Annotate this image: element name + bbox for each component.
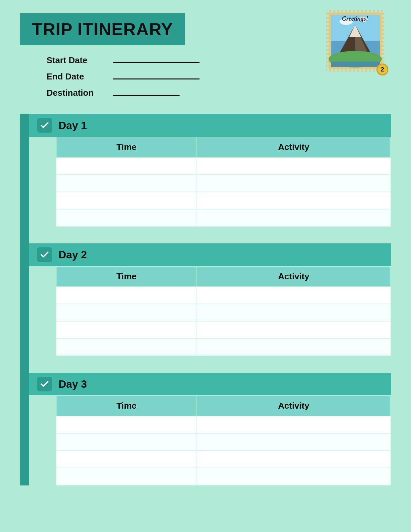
stamp-number: 2	[376, 64, 388, 75]
day-3-time-cell-4[interactable]	[56, 468, 197, 485]
table-row	[56, 192, 391, 209]
svg-text:Greetings!: Greetings!	[342, 15, 368, 22]
table-row	[56, 433, 391, 451]
table-row	[56, 416, 391, 433]
day-2-label: Day 2	[59, 249, 87, 261]
svg-rect-7	[326, 10, 329, 71]
day-2-time-cell-3[interactable]	[56, 321, 197, 338]
day-3-activity-cell-4[interactable]	[197, 468, 391, 485]
day-1-section: Day 1 TimeActivity	[29, 114, 391, 227]
table-row	[56, 175, 391, 192]
destination-label: Destination	[47, 88, 106, 98]
table-row	[56, 287, 391, 304]
start-date-label: Start Date	[47, 55, 106, 66]
day-1-label: Day 1	[59, 119, 87, 132]
day-2-time-cell-2[interactable]	[56, 304, 197, 321]
day-2-activity-cell-2[interactable]	[197, 304, 391, 321]
day-3-checkbox-icon	[37, 377, 52, 391]
page: TRIP ITINERARY	[0, 0, 411, 532]
day-2-time-cell-1[interactable]	[56, 287, 197, 304]
day-1-table: TimeActivity	[56, 137, 391, 227]
day-1-activity-cell-2[interactable]	[197, 175, 391, 192]
day-1-time-cell-1[interactable]	[56, 157, 197, 175]
svg-rect-5	[326, 10, 384, 13]
day-2-time-cell-4[interactable]	[56, 338, 197, 356]
day-2-activity-cell-4[interactable]	[197, 338, 391, 356]
day-3-time-cell-2[interactable]	[56, 433, 197, 451]
day-2-table: TimeActivity	[56, 266, 391, 356]
end-date-label: End Date	[47, 71, 106, 82]
day-2-col-activity: Activity	[197, 266, 391, 287]
table-row	[56, 468, 391, 485]
day-3-activity-cell-3[interactable]	[197, 451, 391, 468]
day-1-time-cell-3[interactable]	[56, 192, 197, 209]
day-2-header: Day 2	[29, 243, 391, 266]
day-1-time-cell-4[interactable]	[56, 209, 197, 226]
day-1-activity-cell-3[interactable]	[197, 192, 391, 209]
table-row	[56, 321, 391, 338]
table-row	[56, 209, 391, 226]
day-3-activity-cell-2[interactable]	[197, 433, 391, 451]
stamp: Greetings! 2	[326, 10, 384, 71]
day-1-time-cell-2[interactable]	[56, 175, 197, 192]
header-bar: TRIP ITINERARY	[20, 13, 185, 45]
stamp-border-svg: Greetings!	[326, 10, 384, 71]
day-2-section: Day 2 TimeActivity	[29, 243, 391, 356]
table-row	[56, 304, 391, 321]
end-date-line	[113, 71, 200, 79]
checkmark-icon	[40, 379, 50, 389]
day-3-col-time: Time	[56, 396, 197, 416]
left-accent-bar	[20, 114, 29, 485]
day-3-activity-cell-1[interactable]	[197, 416, 391, 433]
day-1-header: Day 1	[29, 114, 391, 137]
page-title: TRIP ITINERARY	[32, 19, 173, 39]
days-container: Day 1 TimeActivity Day 2 TimeActivity Da…	[29, 114, 391, 485]
day-1-activity-cell-1[interactable]	[197, 157, 391, 175]
day-1-checkbox-icon	[37, 118, 52, 133]
day-3-section: Day 3 TimeActivity	[29, 373, 391, 485]
day-2-checkbox-icon	[37, 247, 52, 262]
day-1-col-activity: Activity	[197, 137, 391, 157]
table-row	[56, 338, 391, 356]
start-date-line	[113, 55, 200, 63]
day-3-label: Day 3	[59, 378, 87, 390]
day-2-activity-cell-1[interactable]	[197, 287, 391, 304]
svg-rect-18	[331, 62, 380, 67]
day-1-col-time: Time	[56, 137, 197, 157]
day-3-header: Day 3	[29, 373, 391, 395]
checkmark-icon	[40, 120, 50, 130]
table-row	[56, 451, 391, 468]
destination-line	[113, 88, 180, 96]
end-date-row: End Date	[47, 71, 391, 82]
main-content: Day 1 TimeActivity Day 2 TimeActivity Da…	[20, 114, 391, 485]
svg-rect-8	[382, 10, 384, 71]
day-3-time-cell-3[interactable]	[56, 451, 197, 468]
day-3-time-cell-1[interactable]	[56, 416, 197, 433]
day-3-table: TimeActivity	[56, 395, 391, 485]
svg-rect-6	[326, 69, 384, 71]
day-2-activity-cell-3[interactable]	[197, 321, 391, 338]
day-1-activity-cell-4[interactable]	[197, 209, 391, 226]
day-2-col-time: Time	[56, 266, 197, 287]
day-3-col-activity: Activity	[197, 396, 391, 416]
table-row	[56, 157, 391, 175]
destination-row: Destination	[47, 88, 391, 98]
checkmark-icon	[40, 250, 50, 260]
